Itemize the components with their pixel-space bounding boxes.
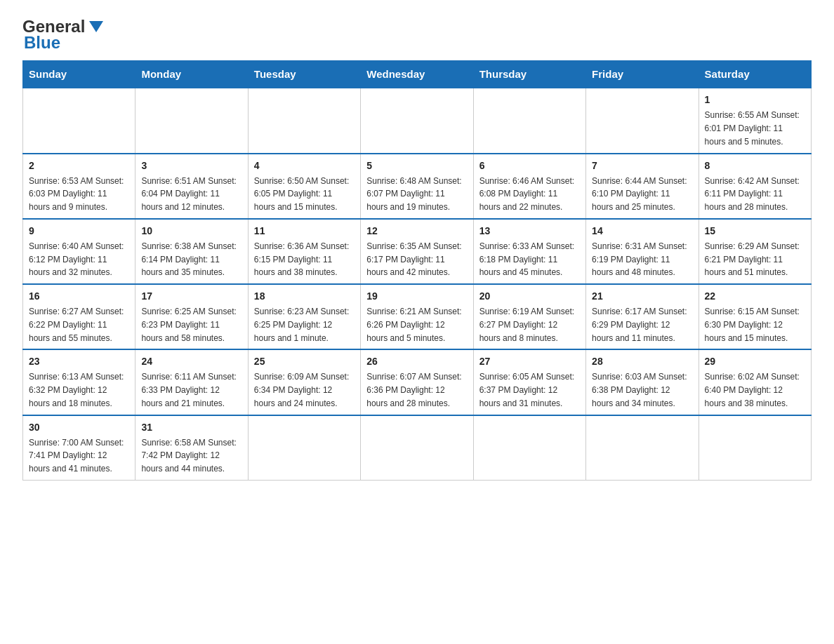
calendar-day-cell xyxy=(361,88,473,153)
day-number: 4 xyxy=(254,159,355,173)
calendar-header-row: SundayMondayTuesdayWednesdayThursdayFrid… xyxy=(23,61,812,88)
calendar-day-cell: 29Sunrise: 6:02 AM Sunset: 6:40 PM Dayli… xyxy=(699,349,811,415)
day-number: 10 xyxy=(141,224,241,239)
calendar-day-cell: 2Sunrise: 6:53 AM Sunset: 6:03 PM Daylig… xyxy=(23,154,135,219)
day-number: 19 xyxy=(366,289,467,304)
calendar-day-cell: 11Sunrise: 6:36 AM Sunset: 6:15 PM Dayli… xyxy=(248,219,360,284)
day-info: Sunrise: 6:09 AM Sunset: 6:34 PM Dayligh… xyxy=(254,372,349,408)
day-info: Sunrise: 6:17 AM Sunset: 6:29 PM Dayligh… xyxy=(592,307,687,343)
calendar-day-cell: 31Sunrise: 6:58 AM Sunset: 7:42 PM Dayli… xyxy=(135,415,248,481)
day-info: Sunrise: 6:35 AM Sunset: 6:17 PM Dayligh… xyxy=(366,241,461,278)
calendar-day-cell: 3Sunrise: 6:51 AM Sunset: 6:04 PM Daylig… xyxy=(135,154,248,219)
calendar-day-cell: 9Sunrise: 6:40 AM Sunset: 6:12 PM Daylig… xyxy=(23,219,135,284)
day-info: Sunrise: 6:15 AM Sunset: 6:30 PM Dayligh… xyxy=(705,307,800,343)
day-info: Sunrise: 6:23 AM Sunset: 6:25 PM Dayligh… xyxy=(254,307,349,343)
calendar-day-cell: 17Sunrise: 6:25 AM Sunset: 6:23 PM Dayli… xyxy=(135,284,248,349)
svg-marker-0 xyxy=(89,21,103,32)
day-info: Sunrise: 6:46 AM Sunset: 6:08 PM Dayligh… xyxy=(479,176,574,213)
day-number: 8 xyxy=(705,159,805,173)
calendar-day-cell: 20Sunrise: 6:19 AM Sunset: 6:27 PM Dayli… xyxy=(473,284,585,349)
calendar-day-cell: 30Sunrise: 7:00 AM Sunset: 7:41 PM Dayli… xyxy=(23,415,135,481)
day-info: Sunrise: 6:29 AM Sunset: 6:21 PM Dayligh… xyxy=(705,241,800,278)
calendar-day-cell xyxy=(699,415,811,481)
calendar-day-cell: 10Sunrise: 6:38 AM Sunset: 6:14 PM Dayli… xyxy=(135,219,248,284)
calendar-day-cell: 5Sunrise: 6:48 AM Sunset: 6:07 PM Daylig… xyxy=(361,154,473,219)
calendar-day-cell: 19Sunrise: 6:21 AM Sunset: 6:26 PM Dayli… xyxy=(361,284,473,349)
day-number: 16 xyxy=(29,289,129,304)
day-info: Sunrise: 6:27 AM Sunset: 6:22 PM Dayligh… xyxy=(29,307,124,343)
day-number: 24 xyxy=(141,354,241,369)
page-header: General Blue xyxy=(22,17,812,52)
calendar-day-cell: 12Sunrise: 6:35 AM Sunset: 6:17 PM Dayli… xyxy=(361,219,473,284)
day-number: 5 xyxy=(366,159,467,173)
day-of-week-header: Thursday xyxy=(473,61,585,88)
day-info: Sunrise: 6:21 AM Sunset: 6:26 PM Dayligh… xyxy=(366,307,461,343)
day-info: Sunrise: 6:05 AM Sunset: 6:37 PM Dayligh… xyxy=(479,372,574,408)
day-info: Sunrise: 6:38 AM Sunset: 6:14 PM Dayligh… xyxy=(141,241,236,278)
calendar-day-cell xyxy=(361,415,473,481)
day-of-week-header: Friday xyxy=(586,61,699,88)
calendar-day-cell: 28Sunrise: 6:03 AM Sunset: 6:38 PM Dayli… xyxy=(586,349,699,415)
day-number: 20 xyxy=(479,289,580,304)
day-number: 21 xyxy=(592,289,692,304)
calendar-day-cell xyxy=(586,88,699,153)
day-of-week-header: Tuesday xyxy=(248,61,360,88)
day-info: Sunrise: 6:55 AM Sunset: 6:01 PM Dayligh… xyxy=(705,110,800,147)
calendar-day-cell xyxy=(248,415,360,481)
calendar-week-row: 9Sunrise: 6:40 AM Sunset: 6:12 PM Daylig… xyxy=(23,219,812,284)
day-number: 14 xyxy=(592,224,692,239)
calendar-day-cell: 26Sunrise: 6:07 AM Sunset: 6:36 PM Dayli… xyxy=(361,349,473,415)
day-info: Sunrise: 6:53 AM Sunset: 6:03 PM Dayligh… xyxy=(29,176,124,213)
day-info: Sunrise: 6:50 AM Sunset: 6:05 PM Dayligh… xyxy=(254,176,349,213)
calendar-day-cell: 24Sunrise: 6:11 AM Sunset: 6:33 PM Dayli… xyxy=(135,349,248,415)
calendar-day-cell: 21Sunrise: 6:17 AM Sunset: 6:29 PM Dayli… xyxy=(586,284,699,349)
calendar-day-cell xyxy=(248,88,360,153)
calendar-day-cell xyxy=(586,415,699,481)
calendar-week-row: 2Sunrise: 6:53 AM Sunset: 6:03 PM Daylig… xyxy=(23,154,812,219)
day-number: 9 xyxy=(29,224,129,239)
day-info: Sunrise: 6:40 AM Sunset: 6:12 PM Dayligh… xyxy=(29,241,124,278)
calendar-week-row: 23Sunrise: 6:13 AM Sunset: 6:32 PM Dayli… xyxy=(23,349,812,415)
day-info: Sunrise: 6:11 AM Sunset: 6:33 PM Dayligh… xyxy=(141,372,236,408)
calendar-day-cell: 15Sunrise: 6:29 AM Sunset: 6:21 PM Dayli… xyxy=(699,219,811,284)
calendar-day-cell: 23Sunrise: 6:13 AM Sunset: 6:32 PM Dayli… xyxy=(23,349,135,415)
calendar-table: SundayMondayTuesdayWednesdayThursdayFrid… xyxy=(22,60,812,481)
calendar-day-cell: 7Sunrise: 6:44 AM Sunset: 6:10 PM Daylig… xyxy=(586,154,699,219)
day-number: 2 xyxy=(29,159,129,173)
day-number: 27 xyxy=(479,354,580,369)
day-number: 13 xyxy=(479,224,580,239)
day-number: 1 xyxy=(705,93,805,107)
calendar-day-cell: 4Sunrise: 6:50 AM Sunset: 6:05 PM Daylig… xyxy=(248,154,360,219)
day-number: 7 xyxy=(592,159,692,173)
day-number: 17 xyxy=(141,289,241,304)
day-info: Sunrise: 6:31 AM Sunset: 6:19 PM Dayligh… xyxy=(592,241,687,278)
day-info: Sunrise: 6:07 AM Sunset: 6:36 PM Dayligh… xyxy=(366,372,461,408)
day-number: 26 xyxy=(366,354,467,369)
calendar-week-row: 16Sunrise: 6:27 AM Sunset: 6:22 PM Dayli… xyxy=(23,284,812,349)
day-number: 22 xyxy=(705,289,805,304)
day-of-week-header: Sunday xyxy=(23,61,135,88)
logo-container: General Blue xyxy=(22,17,106,52)
day-info: Sunrise: 6:02 AM Sunset: 6:40 PM Dayligh… xyxy=(705,372,800,408)
calendar-day-cell: 14Sunrise: 6:31 AM Sunset: 6:19 PM Dayli… xyxy=(586,219,699,284)
calendar-day-cell: 25Sunrise: 6:09 AM Sunset: 6:34 PM Dayli… xyxy=(248,349,360,415)
calendar-day-cell: 16Sunrise: 6:27 AM Sunset: 6:22 PM Dayli… xyxy=(23,284,135,349)
calendar-day-cell: 22Sunrise: 6:15 AM Sunset: 6:30 PM Dayli… xyxy=(699,284,811,349)
day-number: 30 xyxy=(29,420,129,435)
day-number: 31 xyxy=(141,420,241,435)
day-number: 3 xyxy=(141,159,241,173)
day-info: Sunrise: 6:42 AM Sunset: 6:11 PM Dayligh… xyxy=(705,176,800,213)
day-info: Sunrise: 6:58 AM Sunset: 7:42 PM Dayligh… xyxy=(141,438,236,474)
day-info: Sunrise: 6:13 AM Sunset: 6:32 PM Dayligh… xyxy=(29,372,124,408)
calendar-day-cell: 27Sunrise: 6:05 AM Sunset: 6:37 PM Dayli… xyxy=(473,349,585,415)
day-number: 28 xyxy=(592,354,692,369)
day-info: Sunrise: 6:51 AM Sunset: 6:04 PM Dayligh… xyxy=(141,176,236,213)
calendar-day-cell: 1Sunrise: 6:55 AM Sunset: 6:01 PM Daylig… xyxy=(699,88,811,153)
day-number: 11 xyxy=(254,224,355,239)
day-number: 15 xyxy=(705,224,805,239)
day-info: Sunrise: 6:03 AM Sunset: 6:38 PM Dayligh… xyxy=(592,372,687,408)
day-of-week-header: Monday xyxy=(135,61,248,88)
logo-blue-text: Blue xyxy=(24,34,60,52)
day-number: 25 xyxy=(254,354,355,369)
calendar-day-cell xyxy=(135,88,248,153)
